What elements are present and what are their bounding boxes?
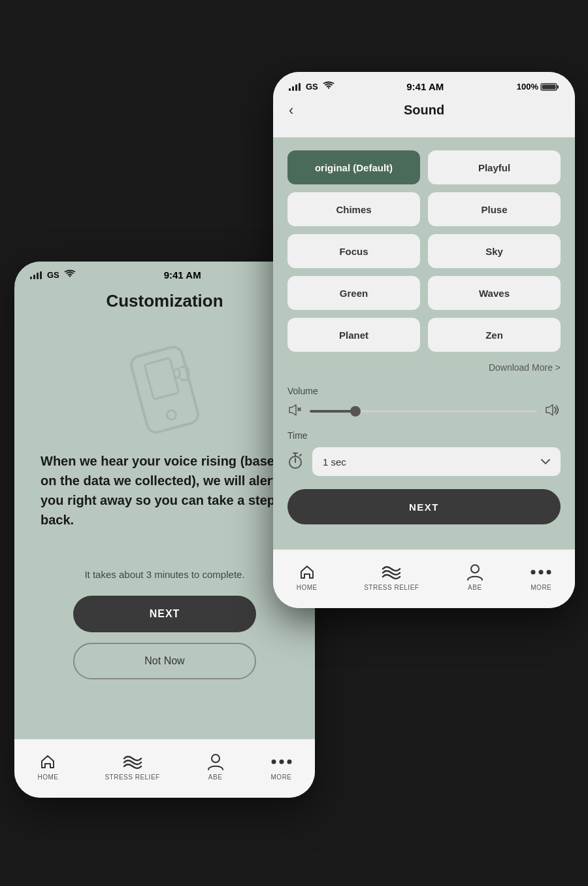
svg-point-2 — [166, 409, 177, 420]
battery-pct-2: 100% — [517, 82, 538, 92]
nav-abe-label-1: Abe — [208, 774, 223, 781]
next-button-1[interactable]: NEXT — [73, 596, 256, 632]
abe-icon-1 — [206, 753, 225, 771]
time-label: Time — [287, 430, 561, 441]
svg-point-4 — [271, 760, 276, 764]
volume-mute-icon — [287, 403, 302, 420]
stress-icon-1 — [123, 753, 142, 771]
carrier-1: GS — [47, 270, 59, 280]
volume-section: Volume — [287, 386, 561, 420]
svg-point-3 — [212, 755, 220, 762]
bottom-nav-2: HOME STRESS RELIEF Abe — [273, 549, 575, 608]
nav-more-2[interactable]: MORE — [531, 563, 551, 591]
time-section: Time 1 sec — [287, 430, 561, 476]
svg-point-21 — [539, 570, 544, 575]
nav-more-label-2: MORE — [531, 584, 551, 591]
nav-stress-1[interactable]: STRESS RELIEF — [105, 753, 159, 781]
nav-home-label-1: HOME — [37, 774, 58, 781]
signal-bars-1 — [30, 271, 42, 279]
volume-max-icon — [545, 403, 561, 420]
sound-btn-original[interactable]: original (Default) — [287, 150, 420, 184]
svg-rect-1 — [144, 358, 179, 399]
nav-abe-label-2: Abe — [468, 584, 482, 591]
signal-bars-2 — [289, 83, 301, 91]
svg-point-6 — [287, 760, 291, 764]
more-icon-1 — [272, 753, 291, 771]
status-left-2: GS — [289, 82, 334, 92]
sound-btn-sky[interactable]: Sky — [428, 234, 561, 268]
svg-point-19 — [471, 565, 479, 573]
timer-icon — [287, 451, 303, 472]
status-bar-2: GS 9:41 AM 100% — [273, 72, 575, 97]
svg-point-22 — [547, 570, 551, 575]
sound-content: original (Default) Playful Chimes Pluse … — [273, 137, 575, 549]
svg-point-20 — [531, 570, 536, 575]
sound-header: ‹ Sound — [273, 97, 575, 126]
wifi-icon-2 — [323, 82, 334, 92]
status-bar-1: GS 9:41 AM 10 — [14, 262, 315, 284]
volume-label: Volume — [287, 386, 561, 396]
battery-icon-2 — [541, 82, 559, 92]
nav-home-2[interactable]: HOME — [297, 563, 318, 591]
customization-title: Customization — [106, 291, 223, 311]
phone-illustration — [119, 337, 210, 445]
completion-text: It takes about 3 minutes to complete. — [84, 569, 244, 580]
nav-home-label-2: HOME — [297, 584, 318, 591]
not-now-button[interactable]: Not Now — [73, 643, 256, 679]
nav-abe-1[interactable]: Abe — [206, 753, 225, 781]
svg-marker-13 — [546, 405, 553, 415]
time-value: 1 sec — [323, 456, 346, 468]
nav-more-1[interactable]: MORE — [271, 753, 292, 781]
home-icon-2 — [298, 563, 316, 581]
phone-customization: GS 9:41 AM 10 Customization — [14, 262, 315, 798]
nav-home-1[interactable]: HOME — [37, 753, 58, 781]
nav-stress-label-1: STRESS RELIEF — [105, 774, 159, 781]
sound-grid: original (Default) Playful Chimes Pluse … — [287, 150, 561, 352]
wifi-icon-1 — [65, 270, 75, 280]
more-icon-2 — [532, 563, 550, 581]
svg-rect-8 — [557, 85, 559, 88]
svg-marker-10 — [289, 405, 296, 415]
sound-btn-green[interactable]: Green — [287, 276, 420, 310]
sound-btn-planet[interactable]: Planet — [287, 318, 420, 352]
volume-slider[interactable] — [310, 410, 537, 413]
customization-description: When we hear your voice rising (based on… — [34, 451, 295, 530]
nav-stress-2[interactable]: STRESS RELIEF — [364, 563, 419, 591]
volume-row — [287, 403, 561, 420]
sound-btn-focus[interactable]: Focus — [287, 234, 420, 268]
time-1: 9:41 AM — [164, 269, 201, 281]
back-button[interactable]: ‹ — [289, 102, 293, 119]
chevron-down-icon — [541, 458, 550, 465]
nav-more-label-1: MORE — [271, 774, 292, 781]
nav-stress-label-2: STRESS RELIEF — [364, 584, 419, 591]
sound-btn-zen[interactable]: Zen — [428, 318, 561, 352]
download-more-link[interactable]: Download More > — [287, 362, 561, 373]
stress-icon-2 — [382, 563, 400, 581]
svg-line-18 — [300, 454, 301, 456]
time-dropdown[interactable]: 1 sec — [312, 447, 561, 476]
carrier-2: GS — [306, 82, 318, 92]
next-button-2[interactable]: NEXT — [287, 489, 561, 524]
sound-title: Sound — [404, 103, 444, 118]
sound-btn-playful[interactable]: Playful — [428, 150, 561, 184]
sound-btn-chimes[interactable]: Chimes — [287, 192, 420, 226]
status-left-1: GS — [30, 270, 75, 280]
bottom-nav-1: HOME STRESS RELIEF Abe — [14, 739, 315, 798]
sound-btn-pluse[interactable]: Pluse — [428, 192, 561, 226]
phone-sound: GS 9:41 AM 100% ‹ Sound — [273, 72, 575, 608]
sound-btn-waves[interactable]: Waves — [428, 276, 561, 310]
nav-abe-2[interactable]: Abe — [466, 563, 484, 591]
time-2: 9:41 AM — [406, 81, 444, 92]
svg-rect-9 — [542, 84, 555, 89]
svg-point-5 — [279, 760, 284, 764]
time-row: 1 sec — [287, 447, 561, 476]
home-icon-1 — [39, 753, 57, 771]
abe-icon-2 — [466, 563, 484, 581]
